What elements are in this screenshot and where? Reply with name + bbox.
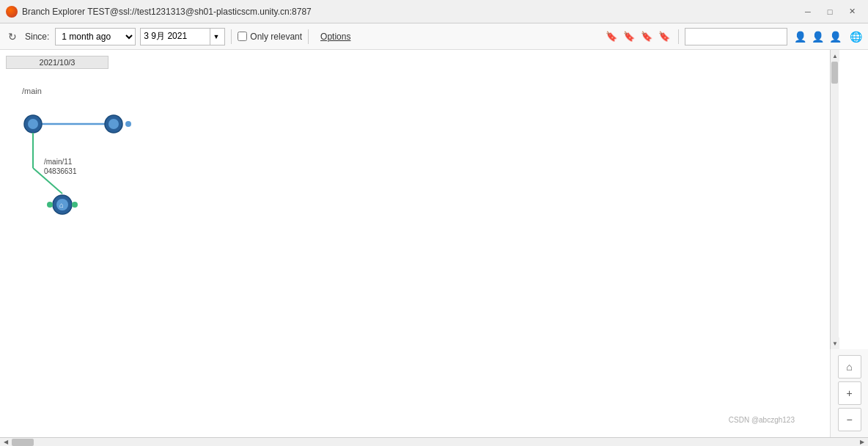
maximize-button[interactable]: □ bbox=[820, 4, 840, 19]
svg-text:04836631: 04836631 bbox=[44, 167, 77, 175]
bookmark-btn-2[interactable]: 🔖 bbox=[621, 29, 637, 45]
separator-1 bbox=[231, 29, 232, 44]
bookmark-group: 🔖 🔖 🔖 🔖 bbox=[603, 29, 672, 45]
branch-label: /main bbox=[22, 87, 154, 95]
date-picker[interactable]: ▼ bbox=[140, 28, 225, 45]
graph-svg: /main/11 04836631 ⌂ bbox=[7, 98, 154, 245]
watermark: CSDN @abczgh123 bbox=[729, 416, 795, 424]
options-button[interactable]: Options bbox=[315, 28, 356, 45]
user-btn-1[interactable]: 👤 bbox=[792, 29, 808, 45]
toolbar: ↻ Since: 1 month ago 1 week ago 1 day ag… bbox=[0, 23, 868, 50]
search-input[interactable] bbox=[685, 28, 787, 45]
svg-point-1 bbox=[28, 119, 38, 129]
separator-2 bbox=[308, 29, 309, 44]
minimize-button[interactable]: ─ bbox=[798, 4, 818, 19]
bookmark-btn-3[interactable]: 🔖 bbox=[639, 29, 655, 45]
window-controls: ─ □ ✕ bbox=[798, 4, 862, 19]
scroll-right-btn[interactable]: ▶ bbox=[856, 438, 868, 447]
scrollbar-horizontal[interactable]: ◀ ▶ bbox=[0, 437, 868, 446]
date-input[interactable] bbox=[144, 32, 210, 42]
zoom-out-button[interactable]: − bbox=[838, 408, 861, 431]
scroll-down-btn[interactable]: ▼ bbox=[831, 337, 839, 349]
scrollbar-vertical[interactable]: ▲ ▼ bbox=[830, 50, 839, 349]
separator-3 bbox=[678, 29, 679, 44]
scroll-left-btn[interactable]: ◀ bbox=[0, 438, 12, 447]
bookmark-btn-1[interactable]: 🔖 bbox=[603, 29, 619, 45]
refresh-button[interactable]: ↻ bbox=[4, 29, 21, 45]
since-select[interactable]: 1 month ago 1 week ago 1 day ago All tim… bbox=[55, 28, 136, 45]
user-group: 👤 👤 👤 bbox=[792, 29, 843, 45]
user-btn-3[interactable]: 👤 bbox=[827, 29, 843, 45]
svg-text:⌂: ⌂ bbox=[59, 201, 64, 209]
bookmark-btn-4[interactable]: 🔖 bbox=[656, 29, 672, 45]
zoom-in-button[interactable]: + bbox=[838, 381, 861, 405]
svg-text:/main/11: /main/11 bbox=[44, 158, 73, 166]
since-label: Since: bbox=[25, 32, 49, 42]
globe-button[interactable]: 🌐 bbox=[847, 29, 864, 45]
user-btn-2[interactable]: 👤 bbox=[809, 29, 825, 45]
scroll-track bbox=[831, 62, 839, 337]
main-container: 2021/10/3 /main /main/11 048 bbox=[0, 50, 868, 437]
only-relevant-text: Only relevant bbox=[250, 32, 302, 42]
svg-point-11 bbox=[72, 202, 78, 208]
svg-point-10 bbox=[47, 202, 53, 208]
only-relevant-checkbox-label[interactable]: Only relevant bbox=[238, 32, 302, 42]
scroll-up-btn[interactable]: ▲ bbox=[831, 50, 839, 62]
svg-point-3 bbox=[125, 121, 131, 127]
svg-point-2 bbox=[108, 119, 119, 129]
close-button[interactable]: ✕ bbox=[842, 4, 862, 19]
scroll-h-thumb[interactable] bbox=[12, 439, 34, 446]
date-arrow[interactable]: ▼ bbox=[210, 29, 221, 45]
scroll-thumb[interactable] bbox=[831, 62, 838, 84]
title-bar: Branch Explorer TEST@ssl://test1231313@s… bbox=[0, 0, 868, 23]
date-header: 2021/10/3 bbox=[6, 56, 108, 69]
only-relevant-checkbox[interactable] bbox=[238, 32, 247, 41]
canvas-area[interactable]: 2021/10/3 /main /main/11 048 bbox=[0, 50, 830, 437]
window-title: Branch Explorer TEST@ssl://test1231313@s… bbox=[22, 7, 798, 17]
branch-graph: /main /main/11 04836631 bbox=[7, 87, 154, 245]
scroll-h-track bbox=[12, 438, 856, 447]
home-button[interactable]: ⌂ bbox=[838, 355, 861, 379]
app-icon bbox=[6, 6, 18, 18]
